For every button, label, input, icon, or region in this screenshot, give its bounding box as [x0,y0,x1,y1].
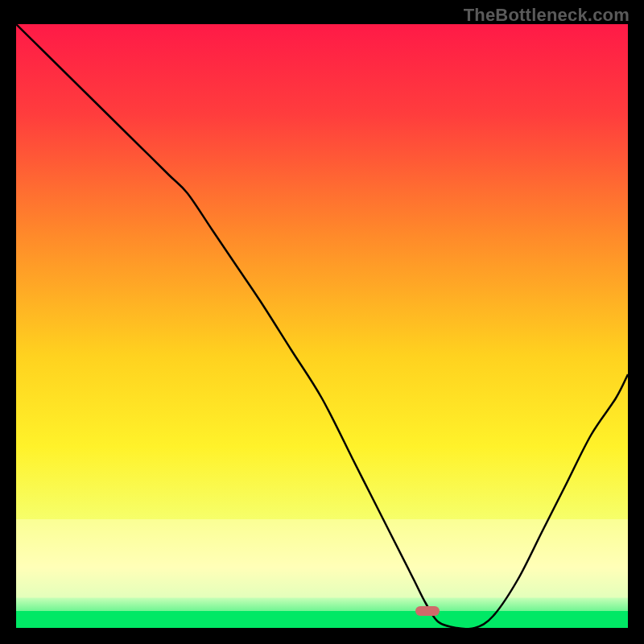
optimal-point-marker [415,606,440,616]
watermark-label: TheBottleneck.com [464,5,630,26]
bottleneck-curve [16,24,628,628]
bottleneck-chart: TheBottleneck.com [0,0,644,644]
curve-layer [16,24,628,628]
plot-area [16,24,628,628]
